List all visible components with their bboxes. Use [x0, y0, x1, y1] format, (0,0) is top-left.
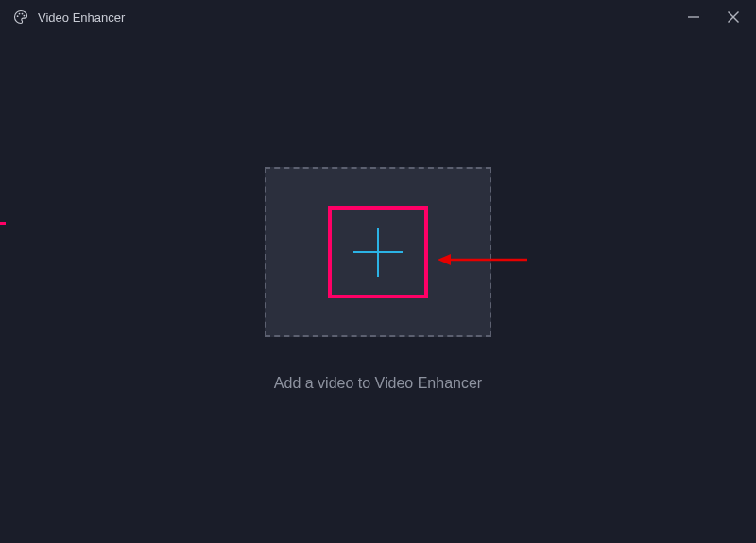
svg-point-2	[22, 13, 24, 15]
window-controls	[684, 8, 743, 26]
palette-icon	[13, 9, 28, 25]
main-content: Add a video to Video Enhancer	[0, 34, 756, 543]
annotation-edge-marker	[0, 222, 6, 225]
close-button[interactable]	[724, 8, 743, 26]
add-video-dropzone[interactable]	[265, 167, 491, 337]
svg-point-3	[24, 15, 26, 17]
svg-point-0	[17, 15, 19, 17]
minimize-button[interactable]	[684, 8, 703, 26]
dropzone-hint: Add a video to Video Enhancer	[274, 375, 482, 392]
titlebar: Video Enhancer	[0, 0, 756, 34]
titlebar-left: Video Enhancer	[13, 9, 125, 25]
app-title: Video Enhancer	[38, 10, 125, 25]
plus-icon	[353, 228, 403, 277]
svg-point-1	[19, 13, 21, 15]
